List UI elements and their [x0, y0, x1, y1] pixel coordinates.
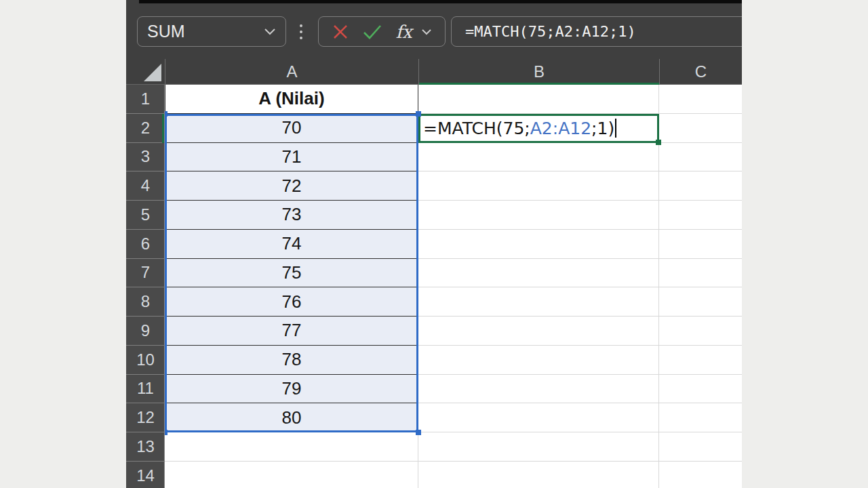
- row-header-3[interactable]: 3: [126, 143, 165, 172]
- cell-b2-editing[interactable]: =MATCH(75;A2:A12;1): [418, 114, 659, 143]
- column-header-b[interactable]: B: [418, 59, 659, 84]
- row-header-13[interactable]: 13: [126, 432, 165, 462]
- selection-handle-tr[interactable]: [416, 111, 421, 117]
- row-header-7[interactable]: 7: [126, 259, 165, 288]
- row-header-6[interactable]: 6: [126, 230, 165, 259]
- ribbon-bottom-edge: [139, 0, 742, 3]
- row-header-2[interactable]: 2: [126, 114, 165, 143]
- insert-function-icon[interactable]: fx: [395, 23, 412, 41]
- active-row-indicator: [162, 114, 164, 143]
- row-header-8[interactable]: 8: [126, 287, 165, 317]
- b2-formula-suffix: ;1): [591, 119, 614, 138]
- text-caret: [615, 119, 616, 138]
- formula-bar-options-dots[interactable]: [300, 20, 302, 43]
- name-box-dropdown-icon[interactable]: [264, 28, 276, 35]
- select-all-triangle-icon: [144, 64, 161, 81]
- formula-buttons-group: fx: [318, 16, 446, 47]
- screenshot-stage: SUM fx =MATCH(75;A2:A12;1): [0, 0, 868, 488]
- cell-a4[interactable]: 72: [165, 171, 418, 201]
- cell-a6[interactable]: 74: [165, 230, 418, 259]
- sheet-grid: A (Nilai)7071727374757677787980=MATCH(75…: [165, 85, 742, 488]
- cell-a9[interactable]: 77: [165, 317, 418, 346]
- gridline: [165, 461, 742, 462]
- row-header-5[interactable]: 5: [126, 201, 165, 230]
- row-header-9[interactable]: 9: [126, 317, 165, 346]
- enter-icon[interactable]: [362, 24, 382, 40]
- formula-bar-area: SUM fx =MATCH(75;A2:A12;1): [126, 0, 742, 85]
- cancel-icon[interactable]: [332, 23, 349, 41]
- column-header-c[interactable]: C: [659, 59, 742, 84]
- function-dropdown-icon[interactable]: [421, 28, 432, 35]
- gridline: [658, 85, 659, 488]
- cell-a10[interactable]: 78: [165, 346, 418, 375]
- selection-handle-tl[interactable]: [165, 111, 167, 117]
- table-a1-a12: A (Nilai)7071727374757677787980: [165, 85, 418, 432]
- excel-window: SUM fx =MATCH(75;A2:A12;1): [126, 0, 742, 488]
- formula-bar-text: =MATCH(75;A2:A12;1): [465, 23, 636, 40]
- cell-a3[interactable]: 71: [165, 143, 418, 172]
- formula-bar-input[interactable]: =MATCH(75;A2:A12;1): [451, 16, 742, 47]
- name-box[interactable]: SUM: [137, 16, 286, 47]
- cell-a12[interactable]: 80: [165, 403, 418, 432]
- row-header-1[interactable]: 1: [126, 85, 165, 114]
- b2-formula-reference: A2:A12: [530, 119, 591, 138]
- column-headers: ABC: [126, 59, 742, 85]
- cell-a2[interactable]: 70: [165, 114, 418, 143]
- cell-a1[interactable]: A (Nilai): [165, 85, 418, 114]
- row-headers: 1234567891011121314: [126, 85, 165, 488]
- row-header-14[interactable]: 14: [126, 462, 165, 488]
- selection-handle-br[interactable]: [416, 430, 421, 435]
- cell-a8[interactable]: 76: [165, 287, 418, 317]
- cell-a5[interactable]: 73: [165, 201, 418, 230]
- select-all-button[interactable]: [126, 59, 165, 84]
- selection-handle-bl[interactable]: [165, 430, 167, 435]
- row-header-11[interactable]: 11: [126, 375, 165, 404]
- cell-a11[interactable]: 79: [165, 375, 418, 404]
- cell-a7[interactable]: 75: [165, 259, 418, 288]
- column-header-a[interactable]: A: [165, 59, 418, 84]
- fill-handle-b2[interactable]: [656, 140, 661, 145]
- b2-formula-prefix: =MATCH(75;: [423, 119, 530, 138]
- row-header-12[interactable]: 12: [126, 403, 165, 432]
- name-box-value: SUM: [147, 22, 185, 41]
- row-header-10[interactable]: 10: [126, 346, 165, 375]
- row-header-4[interactable]: 4: [126, 171, 165, 201]
